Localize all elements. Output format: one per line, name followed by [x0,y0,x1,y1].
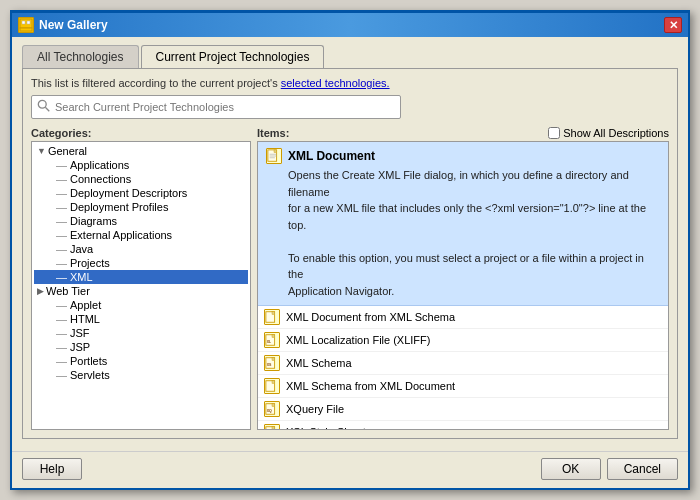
list-item[interactable]: XL XML Localization File (XLIFF) [258,329,668,352]
ok-button[interactable]: OK [541,458,601,480]
tree-line: — [56,173,67,185]
category-xml[interactable]: — XML [34,270,248,284]
tree-line: — [56,271,67,283]
category-web-tier[interactable]: ▶ Web Tier [34,284,248,298]
show-all-checkbox[interactable] [548,127,560,139]
tab-content: This list is filtered according to the c… [22,68,678,439]
category-general[interactable]: ▼ General [34,144,248,158]
items-header: Items: Show All Descriptions [257,127,669,139]
tree-line: — [56,313,67,325]
category-diagrams[interactable]: — Diagrams [34,214,248,228]
categories-list[interactable]: ▼ General — Applications — Connections [31,141,251,430]
show-all-container: Show All Descriptions [548,127,669,139]
xquery-icon: XQ [264,401,280,417]
dialog-icon [18,17,34,33]
tree-line: — [56,215,67,227]
cancel-button[interactable]: Cancel [607,458,678,480]
category-deployment-descriptors[interactable]: — Deployment Descriptors [34,186,248,200]
category-external-applications[interactable]: — External Applications [34,228,248,242]
svg-rect-1 [20,28,32,31]
svg-text:XQ: XQ [267,409,272,413]
dialog-body: All Technologies Current Project Technol… [12,37,688,447]
categories-header: Categories: [31,127,251,139]
svg-rect-20 [272,381,275,384]
tree-line: — [56,327,67,339]
items-label: Items: [257,127,289,139]
tab-current-project-technologies[interactable]: Current Project Technologies [141,45,325,68]
tree-line: — [56,299,67,311]
tree-line: — [56,201,67,213]
list-item[interactable]: XS XSL Style Sheet [258,421,668,430]
filter-description: This list is filtered according to the c… [31,77,669,89]
dialog-title: New Gallery [39,18,108,32]
svg-rect-25 [272,427,275,430]
footer-right-buttons: OK Cancel [541,458,678,480]
category-applications[interactable]: — Applications [34,158,248,172]
tree-line: — [56,229,67,241]
svg-point-4 [38,100,46,108]
svg-rect-3 [27,21,30,24]
categories-panel: Categories: ▼ General — Applications — [31,127,251,430]
tree-line: — [56,159,67,171]
selected-item-description: Opens the Create XML File dialog, in whi… [266,167,660,299]
show-all-label: Show All Descriptions [563,127,669,139]
selected-technologies-link[interactable]: selected technologies. [281,77,390,89]
tree-line: — [56,187,67,199]
category-connections[interactable]: — Connections [34,172,248,186]
category-projects[interactable]: — Projects [34,256,248,270]
category-deployment-profiles[interactable]: — Deployment Profiles [34,200,248,214]
tabs-container: All Technologies Current Project Technol… [22,45,678,68]
category-portlets[interactable]: — Portlets [34,354,248,368]
category-html[interactable]: — HTML [34,312,248,326]
category-servlets[interactable]: — Servlets [34,368,248,382]
xml-schema-icon [264,309,280,325]
xliff-icon: XL [264,332,280,348]
close-button[interactable]: ✕ [664,17,682,33]
search-bar [31,95,401,119]
items-list[interactable]: XML Document Opens the Create XML File d… [257,141,669,430]
xsl-icon: XS [264,424,280,430]
svg-rect-22 [272,404,275,407]
category-applet[interactable]: — Applet [34,298,248,312]
svg-rect-17 [272,358,275,361]
xml-doc-icon [266,148,282,164]
dialog-footer: Help OK Cancel [12,451,688,488]
expand-icon: ▼ [37,146,46,156]
tree-line: — [56,257,67,269]
svg-rect-12 [272,312,275,315]
category-jsp[interactable]: — JSP [34,340,248,354]
list-item[interactable]: XS XML Schema [258,352,668,375]
help-button[interactable]: Help [22,458,82,480]
items-panel: Items: Show All Descriptions [257,127,669,430]
tab-all-technologies[interactable]: All Technologies [22,45,139,68]
xml-schema-only-icon: XS [264,355,280,371]
svg-rect-14 [272,335,275,338]
tree-line: — [56,341,67,353]
new-gallery-dialog: New Gallery ✕ All Technologies Current P… [10,10,690,490]
selected-item-title: XML Document [266,148,660,164]
list-item[interactable]: XML Document from XML Schema [258,306,668,329]
search-icon [37,99,51,116]
xml-schema-from-doc-icon [264,378,280,394]
expand-icon: ▶ [37,286,44,296]
list-item[interactable]: XML Schema from XML Document [258,375,668,398]
category-java[interactable]: — Java [34,242,248,256]
tree-line: — [56,243,67,255]
svg-line-5 [45,107,49,111]
title-bar-left: New Gallery [18,17,108,33]
search-input[interactable] [55,101,395,113]
category-jsf[interactable]: — JSF [34,326,248,340]
svg-rect-7 [274,150,277,153]
title-bar: New Gallery ✕ [12,13,688,37]
tree-line: — [56,369,67,381]
selected-item-block[interactable]: XML Document Opens the Create XML File d… [258,142,668,306]
main-area: Categories: ▼ General — Applications — [31,127,669,430]
tree-line: — [56,355,67,367]
list-item[interactable]: XQ XQuery File [258,398,668,421]
svg-text:XS: XS [267,363,272,367]
svg-rect-2 [22,21,25,24]
